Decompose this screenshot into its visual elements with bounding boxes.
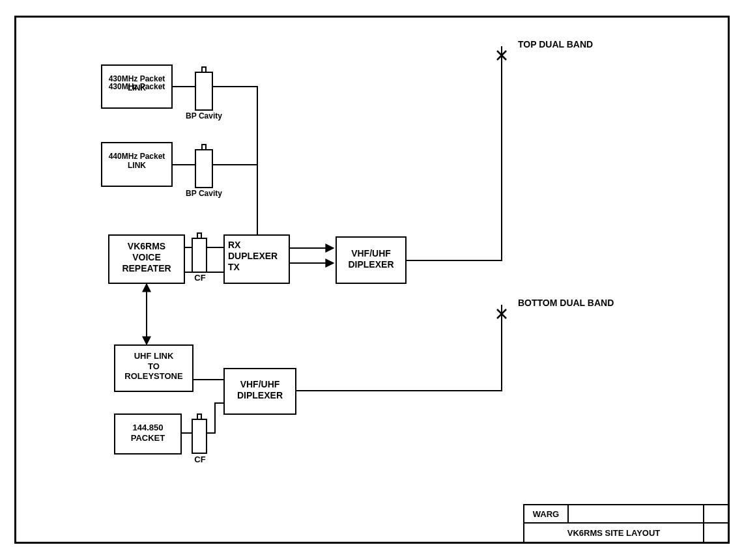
svg-rect-3 — [202, 145, 206, 150]
block-144850-text: 144.850 PACKET — [114, 423, 182, 443]
label-bp-cavity-1: BP Cavity — [184, 111, 223, 120]
titleblock-r1c2 — [567, 504, 704, 524]
block-uhf-link-text: UHF LINK TO ROLEYSTONE — [114, 351, 193, 382]
svg-rect-0 — [195, 72, 212, 110]
block-440mhz-text: 440MHz Packet LINK — [101, 152, 173, 171]
label-top-antenna: TOP DUAL BAND — [518, 39, 622, 50]
bp-cavity-1-shape — [195, 67, 212, 110]
svg-rect-4 — [192, 238, 207, 272]
block-diplexer-1-text: VHF/UHF DIPLEXER — [336, 248, 407, 270]
block-diplexer-2-text: VHF/UHF DIPLEXER — [223, 379, 296, 401]
label-bp-cavity-2: BP Cavity — [184, 189, 223, 198]
svg-rect-5 — [197, 233, 201, 238]
cf-cavity-2-shape — [192, 414, 207, 453]
svg-rect-7 — [197, 414, 201, 419]
bp-cavity-2-shape — [195, 145, 212, 188]
svg-rect-6 — [192, 419, 207, 453]
label-cf-1: CF — [193, 273, 207, 283]
label-bottom-antenna: BOTTOM DUAL BAND — [518, 298, 648, 309]
titleblock-org: WARG — [523, 504, 569, 524]
titleblock-r1c3 — [703, 504, 730, 524]
titleblock-title: VK6RMS SITE LAYOUT — [523, 522, 704, 544]
label-cf-2: CF — [193, 455, 207, 465]
svg-rect-1 — [202, 67, 206, 72]
block-duplexer-text: RX DUPLEXER TX — [228, 240, 290, 272]
titleblock-r2c2 — [703, 522, 730, 544]
cf-cavity-1-shape — [192, 233, 207, 272]
block-voice-repeater-text: VK6RMS VOICE REPEATER — [108, 241, 185, 273]
svg-rect-2 — [195, 150, 212, 188]
block-430mhz-text: 430MHz Packet LINK — [101, 74, 173, 93]
